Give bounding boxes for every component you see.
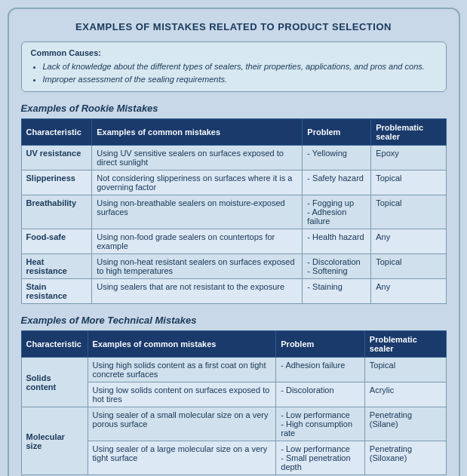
mistake-cell: Using non-heat resistant sealers on surf… (92, 254, 303, 279)
table-row: Solids contentUsing high solids content … (21, 358, 446, 382)
mistake-cell: Using UV sensitive sealers on surfaces e… (92, 146, 303, 170)
char-cell: UV resistance (21, 146, 92, 170)
mistake-cell: Using sealers that are not resistant to … (92, 279, 303, 304)
technical-section-title: Examples of More Technical Mistakes (21, 315, 447, 326)
table-row: Food-safeUsing non-food grade sealers on… (21, 229, 446, 254)
rookie-section-title: Examples of Rookie Mistakes (21, 103, 447, 114)
cause-item-2: Improper assessment of the sealing requi… (43, 73, 437, 86)
table-row: Stain resistanceUsing sealers that are n… (21, 279, 446, 304)
cause-item-1: Lack of knowledge about the different ty… (43, 60, 437, 73)
problem-cell: - Fogging up - Adhesion failure (303, 195, 371, 229)
sealer-cell: Epoxy (371, 146, 446, 170)
rookie-table: Characteristic Examples of common mistak… (21, 118, 447, 304)
char-cell: Breathability (21, 195, 92, 229)
sealer-cell: Penetrating (Siloxane) (364, 441, 446, 475)
common-causes-title: Common Causes: (31, 48, 437, 57)
tech-header-mistake: Examples of common mistakes (88, 331, 276, 358)
sealer-cell: Penetrating (Silane) (364, 407, 446, 441)
mistake-cell: Using low solids content on surfaces exp… (88, 382, 276, 407)
sealer-cell: Topical (371, 170, 446, 195)
technical-table: Characteristic Examples of common mistak… (21, 330, 447, 475)
problem-cell: - Discoloration - Softening (303, 254, 371, 279)
problem-cell: - Safety hazard (303, 170, 371, 195)
rookie-header-mistake: Examples of common mistakes (92, 119, 303, 146)
table-row: SlipperinessNot considering slipperiness… (21, 170, 446, 195)
problem-cell: - Low performance - Small penetration de… (276, 441, 365, 475)
main-card: EXAMPLES OF MISTAKES RELATED TO PRODUCT … (8, 8, 460, 476)
sealer-cell: Topical (371, 195, 446, 229)
mistake-cell: Using high solids content as a first coa… (88, 358, 276, 382)
tech-header-char: Characteristic (21, 331, 88, 358)
tech-header-sealer: Problematic sealer (364, 331, 446, 358)
tech-header-problem: Problem (276, 331, 365, 358)
rookie-header-sealer: Problematic sealer (371, 119, 446, 146)
problem-cell: - Adhesion failure (276, 358, 365, 382)
sealer-cell: Acrylic (364, 382, 446, 407)
sealer-cell: Topical (371, 254, 446, 279)
problem-cell: - Health hazard (303, 229, 371, 254)
problem-cell: - Yellowing (303, 146, 371, 170)
sealer-cell: Any (371, 279, 446, 304)
rookie-header-problem: Problem (303, 119, 371, 146)
table-row: Heat resistanceUsing non-heat resistant … (21, 254, 446, 279)
mistake-cell: Not considering slipperiness on surfaces… (92, 170, 303, 195)
char-cell: Heat resistance (21, 254, 92, 279)
sealer-cell: Any (371, 229, 446, 254)
common-causes-box: Common Causes: Lack of knowledge about t… (21, 41, 447, 92)
char-cell: Solids content (21, 358, 88, 407)
table-row: UV resistanceUsing UV sensitive sealers … (21, 146, 446, 170)
sealer-cell: Topical (364, 358, 446, 382)
problem-cell: - Staining (303, 279, 371, 304)
mistake-cell: Using sealer of a large molecular size o… (88, 441, 276, 475)
char-cell: Molecular size (21, 407, 88, 475)
common-causes-list: Lack of knowledge about the different ty… (43, 60, 437, 85)
problem-cell: - Low performance - High consumption rat… (276, 407, 365, 441)
main-title: EXAMPLES OF MISTAKES RELATED TO PRODUCT … (21, 21, 447, 32)
char-cell: Slipperiness (21, 170, 92, 195)
mistake-cell: Using non-breathable sealers on moisture… (92, 195, 303, 229)
rookie-header-char: Characteristic (21, 119, 92, 146)
char-cell: Food-safe (21, 229, 92, 254)
table-row: BreathabilityUsing non-breathable sealer… (21, 195, 446, 229)
table-row: Molecular sizeUsing sealer of a small mo… (21, 407, 446, 441)
mistake-cell: Using non-food grade sealers on countert… (92, 229, 303, 254)
char-cell: Stain resistance (21, 279, 92, 304)
problem-cell: - Discoloration (276, 382, 365, 407)
mistake-cell: Using sealer of a small molecular size o… (88, 407, 276, 441)
